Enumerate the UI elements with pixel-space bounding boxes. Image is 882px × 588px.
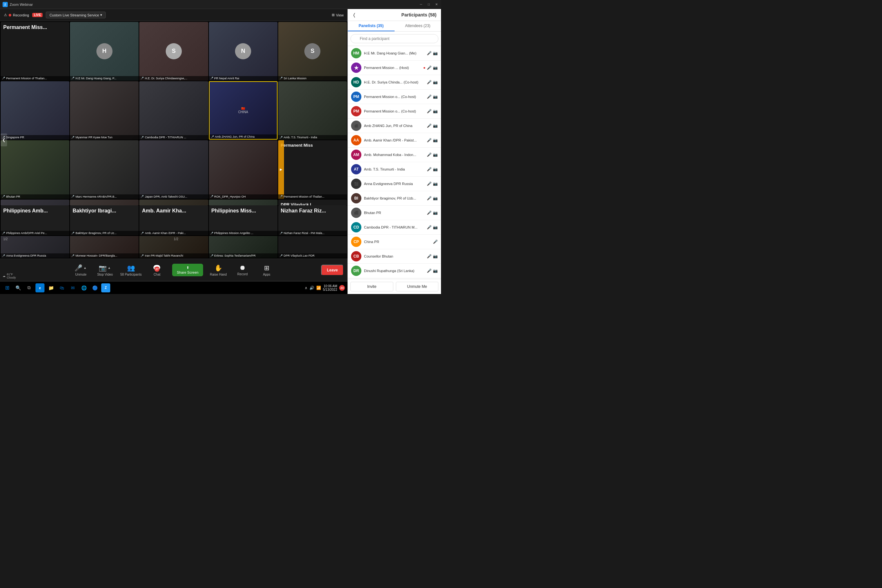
- chevron-up-tray-icon[interactable]: ∧: [304, 286, 308, 290]
- recording-label: Recording: [13, 13, 29, 17]
- share-icon: ⬆: [186, 266, 189, 270]
- unmute-label: Unmute: [75, 273, 86, 276]
- cell-24-name: Philippines Miss...: [212, 208, 275, 214]
- panel-tabs: Panelists (35) Attendees (23): [348, 21, 441, 32]
- nav-arrow-right[interactable]: ▶: [278, 140, 284, 199]
- participant-info: Amb ZHANG Jun, PR of China: [364, 124, 424, 128]
- participant-item: ★ Permanent Mission ... (Host) ● 🎤 📷: [348, 61, 441, 75]
- stop-video-button[interactable]: 📷 ▲ Stop Video: [96, 264, 114, 276]
- edge2-taskbar-icon[interactable]: 🌐: [79, 284, 88, 292]
- video-cell-3: S 🎤 H.E. Dr. Suriya Chindawongse,...: [139, 22, 208, 81]
- unmute-me-button[interactable]: Unmute Me: [396, 282, 439, 291]
- participants-button[interactable]: 👥 58 Participants: [120, 264, 141, 276]
- tab-attendees[interactable]: Attendees (23): [394, 21, 441, 31]
- streaming-service-button[interactable]: Custom Live Streaming Service ▾: [46, 12, 106, 18]
- cell-3-label: 🎤 H.E. Dr. Suriya Chindawongse,...: [139, 76, 208, 81]
- cell-21-label: 🎤 Philippines Amb/DPR Ariel Pe...: [1, 231, 69, 236]
- participant-icons: 🎤: [433, 240, 438, 244]
- weather-desc: Cloudy: [7, 276, 16, 279]
- avatar: AT: [351, 164, 362, 174]
- unmute-chevron[interactable]: ▲: [83, 266, 87, 270]
- raise-hand-icon: ✋: [214, 264, 222, 272]
- participant-name: Amb ZHANG Jun, PR of China: [364, 124, 424, 128]
- video-cell-11: 🎤 Bhutan PR: [1, 140, 69, 199]
- unmute-button[interactable]: 🎤 ▲ Unmute: [72, 264, 90, 276]
- participants-panel: ❬ Participants (58) Panelists (35) Atten…: [348, 9, 441, 294]
- participant-name: Amb. Aamir Khan /DPR - Pakist...: [364, 138, 424, 142]
- chrome-taskbar-icon[interactable]: 🔵: [90, 284, 99, 292]
- page-indicator-left: 1/2: [3, 237, 8, 241]
- panel-title: Participants (58): [401, 12, 436, 17]
- record-label: Record: [237, 272, 248, 276]
- tab-panelists[interactable]: Panelists (35): [348, 21, 394, 31]
- view-button[interactable]: ⊞ View: [332, 13, 344, 17]
- notification-badge[interactable]: 23: [339, 285, 345, 291]
- app-body: ⚠ Recording LIVE Custom Live Streaming S…: [0, 9, 441, 294]
- search-taskbar-button[interactable]: 🔍: [14, 284, 22, 292]
- mute-icon: 🎤: [427, 153, 432, 157]
- start-button[interactable]: ⊞: [3, 284, 12, 292]
- microsoft-store-taskbar-icon[interactable]: 🛍: [57, 284, 66, 292]
- cell-5-label: 🎤 Sri Lanka Mission: [278, 76, 347, 81]
- avatar: BI: [351, 193, 362, 203]
- cell-23-name: Amb. Aamir Kha...: [142, 208, 206, 214]
- cell-25-name: Nizhan Faraz Riz...: [281, 208, 344, 214]
- video-cell-10: 🎤 Amb. T.S. Tirumurti - India: [278, 81, 347, 140]
- cell-15-label: 🎤 Permanent Mission of Thailan...: [278, 194, 347, 199]
- system-tray: ∧ 🔊 📶 10:06 AM 5/13/2022 23: [304, 284, 345, 291]
- zoom-taskbar-icon[interactable]: Z: [101, 284, 110, 292]
- chat-button[interactable]: 💬 27 Chat: [148, 264, 166, 276]
- cell-2-label: 🎤 H.E Mr. Dang Hoang Giang, P...: [70, 76, 139, 81]
- recording-badge: ⚠ Recording: [4, 13, 29, 17]
- avatar: HM: [351, 48, 362, 58]
- video-cell-6: 🎤 Singapore PR: [1, 81, 69, 140]
- invite-button[interactable]: Invite: [350, 282, 393, 291]
- cell-20-label: 🎤 DPR Vilayluck.Lao PDR: [278, 254, 347, 258]
- cell-19-label: 🎤 Eritrea: Sophia Tesfamariam/PR: [209, 254, 278, 258]
- participant-item: AA Amb. Aamir Khan /DPR - Pakist... 🎤 📷: [348, 133, 441, 148]
- avatar: CD: [351, 222, 362, 232]
- previous-page-button[interactable]: ❮: [1, 134, 7, 146]
- taskbar-clock: 10:06 AM 5/13/2022: [323, 284, 338, 291]
- mute-icon: 🎤: [427, 109, 432, 114]
- participant-name: H.E Mr. Dang Hoang Gian... (Me): [364, 51, 424, 55]
- app-title: Zoom Webinar: [10, 3, 33, 6]
- task-view-button[interactable]: ⧉: [24, 284, 33, 292]
- mail-taskbar-icon[interactable]: ✉: [68, 284, 77, 292]
- edge-taskbar-icon[interactable]: e: [36, 284, 45, 292]
- chat-badge: 27: [154, 267, 160, 272]
- volume-icon[interactable]: 🔊: [309, 286, 314, 290]
- participant-item: BI Bakhtiyor Ibragimov, PR of Uzb... 🎤 📷: [348, 191, 441, 206]
- video-cell-25: Nizhan Faraz Riz... 🎤 Nizhan Faraz Rizal…: [278, 206, 347, 236]
- participant-icons: 🎤 📷: [427, 196, 438, 201]
- participant-item: CP China PR 🎤: [348, 235, 441, 249]
- maximize-button[interactable]: □: [427, 3, 430, 6]
- network-icon[interactable]: 📶: [316, 286, 321, 290]
- share-screen-button[interactable]: ⬆ Share Screen: [172, 264, 203, 276]
- cell-9-label: 🎤 Amb ZHANG Jun, PR of China: [210, 134, 277, 139]
- cell-7-label: 🎤 Myanmar PR Kyaw Moe Tun: [70, 135, 139, 140]
- participant-info: Amb. Mohammad Koba - Indon...: [364, 153, 424, 157]
- participant-item: ⬛ Anna Evstigneeva DPR Russia 🎤 📷: [348, 177, 441, 191]
- participant-item: CD Cambodia DPR - TITHIARUN M... 🎤 📷: [348, 220, 441, 235]
- panel-collapse-icon[interactable]: ❬: [352, 12, 356, 17]
- share-label: Share Screen: [177, 270, 198, 274]
- participant-info: H.E Mr. Dang Hoang Gian... (Me): [364, 51, 424, 55]
- chevron-down-icon: ▾: [100, 13, 102, 17]
- participant-icons: 🎤 📷: [427, 138, 438, 142]
- participant-name: Dinushi Rupathunga (Sri Lanka): [364, 269, 424, 273]
- close-button[interactable]: ✕: [435, 3, 438, 6]
- minimize-button[interactable]: ─: [419, 3, 423, 6]
- record-button[interactable]: ⏺ Record: [234, 264, 252, 276]
- apps-button[interactable]: ⊞ Apps: [258, 264, 276, 276]
- cell-1-name: Permanent Miss...: [3, 24, 67, 30]
- raise-hand-button[interactable]: ✋ Raise Hand: [210, 264, 227, 276]
- participant-item: AT Amb. T.S. Tirumurti - India 🎤 📷: [348, 162, 441, 177]
- participant-item: PM Permanent Mission o... (Co-host) 🎤 📷: [348, 90, 441, 104]
- mute-icon: 🎤: [279, 254, 283, 257]
- leave-button[interactable]: Leave: [321, 265, 344, 276]
- participant-icons: 🎤 📷: [427, 254, 438, 258]
- file-explorer-taskbar-icon[interactable]: 📁: [46, 284, 56, 292]
- video-chevron[interactable]: ▲: [107, 266, 111, 270]
- search-input[interactable]: [350, 34, 438, 43]
